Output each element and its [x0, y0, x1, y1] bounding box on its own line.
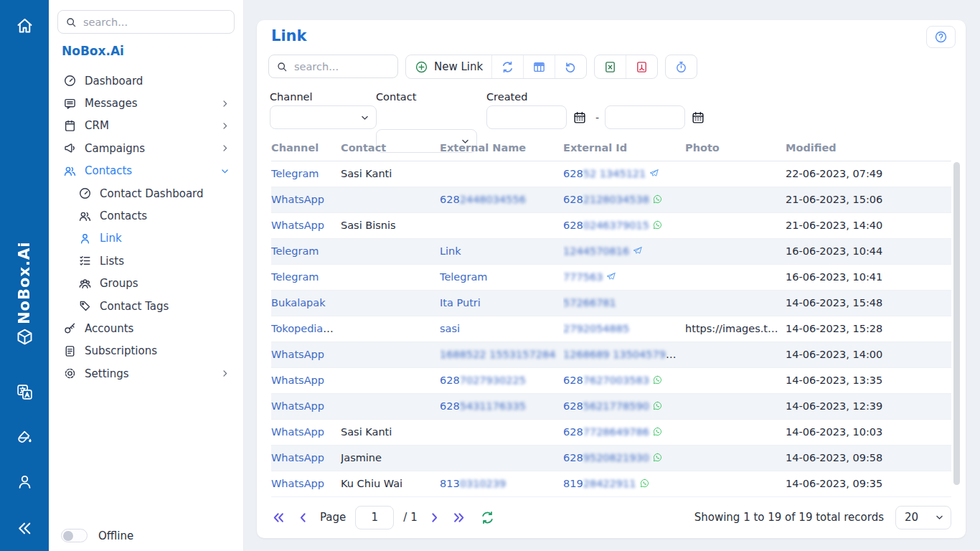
page-title: Link — [271, 27, 307, 44]
channel-filter-select[interactable] — [270, 106, 376, 128]
cell-external-id: 6280246379015 — [563, 212, 685, 238]
table-scrollbar[interactable] — [953, 162, 960, 485]
offline-toggle[interactable] — [61, 529, 88, 542]
sidebar-item-messages[interactable]: Messages — [49, 92, 243, 114]
channel-link[interactable]: Telegram — [271, 168, 319, 179]
channel-link[interactable]: WhatsApp — [271, 426, 324, 438]
channel-link[interactable]: WhatsApp — [271, 375, 324, 386]
cell-link[interactable]: 6289520821930 — [563, 452, 649, 463]
cell-link[interactable]: 6280246379015 — [563, 220, 649, 231]
cell-link[interactable]: 2792054885 — [563, 323, 629, 334]
export-pdf-button[interactable] — [626, 55, 657, 78]
cell-modified: 14-06-2023, 14:00 — [786, 342, 951, 367]
chevron-right-icon — [220, 99, 230, 108]
channel-link[interactable]: WhatsApp — [271, 349, 324, 360]
sidebar-item-crm[interactable]: CRM — [49, 115, 243, 137]
gauge-icon — [78, 187, 92, 200]
sidebar-search-input[interactable] — [57, 10, 235, 34]
cell-link[interactable]: 6285431176335 — [440, 400, 526, 412]
telegram-icon — [649, 168, 659, 179]
new-link-button[interactable]: New Link — [406, 55, 491, 78]
table-search-input[interactable] — [268, 55, 398, 78]
paint-bucket-icon[interactable] — [9, 422, 39, 452]
sidebar-subitem-lists[interactable]: Lists — [49, 250, 243, 272]
created-to-input[interactable] — [605, 105, 685, 129]
cell-link[interactable]: Ita Putri — [440, 297, 481, 309]
last-page-icon[interactable] — [451, 510, 466, 525]
sidebar-subitem-link[interactable]: Link — [49, 227, 243, 250]
prev-page-icon[interactable] — [296, 510, 311, 525]
reset-button[interactable] — [555, 55, 586, 78]
clipboard-icon — [63, 119, 77, 133]
translate-icon[interactable] — [9, 377, 39, 407]
sidebar-item-accounts[interactable]: Accounts — [49, 317, 243, 339]
cell-link[interactable]: 57266781 — [563, 297, 616, 309]
cell-contact — [341, 367, 440, 393]
home-icon[interactable] — [9, 10, 39, 40]
channel-link[interactable]: Telegram — [271, 271, 319, 283]
cell-link[interactable]: sasi — [440, 323, 460, 334]
person-icon — [78, 232, 92, 245]
cell-link[interactable]: 1688522 1553157284 — [440, 349, 555, 360]
cell-link[interactable]: 1268689 135045796... — [563, 349, 682, 360]
calendar-icon[interactable] — [573, 109, 590, 126]
cell-link[interactable]: 8130310239 — [440, 478, 506, 489]
collapse-sidebar-icon[interactable] — [9, 513, 39, 543]
groups-icon — [78, 277, 92, 291]
cell-link[interactable]: 777563 — [563, 271, 603, 283]
cell-channel: Telegram — [271, 238, 341, 264]
cell-modified: 16-06-2023, 10:44 — [786, 238, 951, 264]
cell-link[interactable]: 6282128034538 — [563, 194, 649, 205]
cell-link[interactable]: 62852 1345121 — [563, 168, 646, 179]
schedule-button[interactable] — [666, 55, 697, 78]
table-view-button[interactable] — [523, 55, 555, 78]
cell-link[interactable]: 6282448034556 — [440, 194, 526, 205]
cell-channel: WhatsApp — [271, 393, 341, 419]
export-excel-button[interactable] — [595, 55, 626, 78]
sidebar-item-dashboard[interactable]: Dashboard — [49, 70, 243, 92]
telegram-icon — [606, 271, 616, 282]
sidebar-subitem-contact-dashboard[interactable]: Contact Dashboard — [49, 182, 243, 204]
channel-link[interactable]: Tokopedia.... — [271, 323, 336, 334]
channel-link[interactable]: WhatsApp — [271, 452, 324, 463]
reload-icon[interactable] — [480, 510, 495, 525]
cell-contact: Ku Chiu Wai — [341, 471, 440, 496]
help-button[interactable] — [926, 26, 956, 48]
refresh-button[interactable] — [491, 55, 523, 78]
cell-link[interactable]: 6287728649786 — [563, 426, 649, 438]
channel-link[interactable]: Telegram — [271, 245, 319, 257]
sidebar-item-contacts[interactable]: Contacts — [49, 160, 243, 182]
cell-link[interactable]: 6285621778590 — [563, 400, 649, 412]
list-icon — [78, 254, 92, 268]
channel-link[interactable]: WhatsApp — [271, 194, 324, 205]
user-icon[interactable] — [9, 466, 39, 496]
sidebar-item-subscriptions[interactable]: Subscriptions — [49, 340, 243, 362]
channel-link[interactable]: WhatsApp — [271, 478, 324, 489]
cell-link[interactable]: 81928422911 — [563, 478, 636, 489]
cell-link[interactable]: 6287627003583 — [563, 375, 649, 386]
sidebar-subitem-groups[interactable]: Groups — [49, 273, 243, 295]
cell-link[interactable]: 1244570816 — [563, 245, 629, 257]
next-page-icon[interactable] — [427, 510, 442, 525]
sidebar: NoBox.Ai DashboardMessagesCRMCampaignsCo… — [49, 0, 244, 551]
sidebar-subitem-contacts[interactable]: Contacts — [49, 204, 243, 227]
cell-external-id: 1244570816 — [563, 238, 685, 264]
cell-contact: Sasi Bisnis — [341, 212, 440, 238]
page-size-select[interactable]: 20 — [896, 507, 951, 529]
channel-link[interactable]: WhatsApp — [271, 400, 324, 412]
sidebar-subitem-contact-tags[interactable]: Contact Tags — [49, 295, 243, 317]
first-page-icon[interactable] — [271, 510, 286, 525]
channel-link[interactable]: Bukalapak — [271, 297, 326, 309]
calendar-icon[interactable] — [691, 109, 708, 126]
redacted-text: 2128034538 — [583, 194, 649, 205]
channel-link[interactable]: WhatsApp — [271, 220, 324, 231]
sidebar-item-campaigns[interactable]: Campaigns — [49, 137, 243, 159]
cell-modified: 14-06-2023, 15:48 — [786, 290, 951, 316]
sidebar-item-label: Contact Tags — [100, 300, 230, 313]
cell-link[interactable]: Link — [440, 245, 461, 257]
created-from-input[interactable] — [486, 105, 567, 129]
cell-link[interactable]: 6287027930225 — [440, 375, 526, 386]
sidebar-item-settings[interactable]: Settings — [49, 362, 243, 385]
page-number-input[interactable] — [355, 506, 394, 529]
cell-link[interactable]: Telegram — [440, 271, 487, 283]
